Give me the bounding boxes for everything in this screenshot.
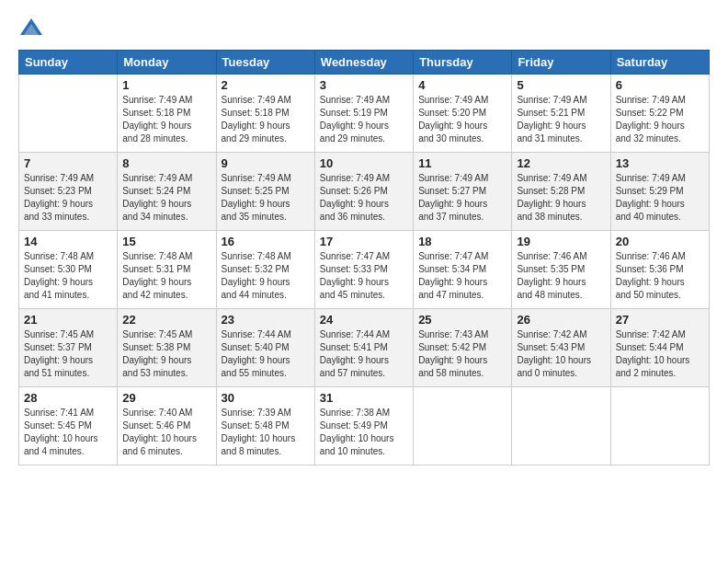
cell-info: Sunrise: 7:49 AMSunset: 5:29 PMDaylight:…	[616, 172, 704, 224]
day-number: 14	[24, 235, 112, 248]
cell-info: Sunrise: 7:49 AMSunset: 5:21 PMDaylight:…	[517, 94, 605, 145]
calendar-cell: 23Sunrise: 7:44 AMSunset: 5:40 PMDayligh…	[216, 309, 314, 387]
cell-info: Sunrise: 7:49 AMSunset: 5:23 PMDaylight:…	[24, 172, 112, 224]
day-number: 20	[616, 235, 704, 248]
calendar-cell	[19, 75, 118, 153]
col-header-saturday: Saturday	[610, 51, 709, 75]
calendar-cell: 27Sunrise: 7:42 AMSunset: 5:44 PMDayligh…	[610, 309, 709, 387]
day-number: 5	[517, 78, 605, 92]
cell-info: Sunrise: 7:46 AMSunset: 5:35 PMDaylight:…	[517, 250, 605, 302]
day-number: 19	[517, 235, 605, 248]
calendar-cell: 9Sunrise: 7:49 AMSunset: 5:25 PMDaylight…	[216, 153, 314, 231]
day-number: 23	[222, 313, 310, 327]
calendar-cell: 25Sunrise: 7:43 AMSunset: 5:42 PMDayligh…	[414, 309, 512, 387]
cell-info: Sunrise: 7:49 AMSunset: 5:25 PMDaylight:…	[222, 172, 310, 224]
page: SundayMondayTuesdayWednesdayThursdayFrid…	[0, 0, 728, 563]
calendar-cell: 26Sunrise: 7:42 AMSunset: 5:43 PMDayligh…	[512, 309, 610, 387]
calendar-cell: 12Sunrise: 7:49 AMSunset: 5:28 PMDayligh…	[512, 153, 610, 231]
cell-info: Sunrise: 7:47 AMSunset: 5:34 PMDaylight:…	[418, 250, 506, 302]
day-number: 8	[122, 156, 210, 170]
calendar-table: SundayMondayTuesdayWednesdayThursdayFrid…	[18, 50, 710, 465]
cell-info: Sunrise: 7:49 AMSunset: 5:19 PMDaylight:…	[320, 94, 408, 145]
cell-info: Sunrise: 7:49 AMSunset: 5:20 PMDaylight:…	[418, 94, 506, 145]
calendar-cell: 3Sunrise: 7:49 AMSunset: 5:19 PMDaylight…	[314, 75, 413, 153]
day-number: 2	[222, 78, 310, 92]
day-number: 22	[122, 313, 210, 327]
calendar-cell: 6Sunrise: 7:49 AMSunset: 5:22 PMDaylight…	[610, 75, 709, 153]
week-row-2: 7Sunrise: 7:49 AMSunset: 5:23 PMDaylight…	[19, 153, 710, 231]
header	[18, 15, 710, 40]
cell-info: Sunrise: 7:48 AMSunset: 5:31 PMDaylight:…	[122, 250, 210, 302]
week-row-4: 21Sunrise: 7:45 AMSunset: 5:37 PMDayligh…	[19, 309, 710, 387]
logo	[18, 15, 48, 40]
calendar-cell: 19Sunrise: 7:46 AMSunset: 5:35 PMDayligh…	[512, 231, 610, 309]
col-header-thursday: Thursday	[414, 51, 512, 75]
calendar-cell: 8Sunrise: 7:49 AMSunset: 5:24 PMDaylight…	[118, 153, 216, 231]
day-number: 11	[418, 156, 506, 170]
cell-info: Sunrise: 7:49 AMSunset: 5:18 PMDaylight:…	[122, 94, 210, 145]
calendar-cell: 17Sunrise: 7:47 AMSunset: 5:33 PMDayligh…	[314, 231, 413, 309]
cell-info: Sunrise: 7:49 AMSunset: 5:18 PMDaylight:…	[222, 94, 310, 145]
cell-info: Sunrise: 7:47 AMSunset: 5:33 PMDaylight:…	[320, 250, 408, 302]
day-number: 15	[122, 235, 210, 248]
calendar-cell: 4Sunrise: 7:49 AMSunset: 5:20 PMDaylight…	[414, 75, 512, 153]
cell-info: Sunrise: 7:49 AMSunset: 5:26 PMDaylight:…	[320, 172, 408, 224]
col-header-friday: Friday	[512, 51, 610, 75]
cell-info: Sunrise: 7:49 AMSunset: 5:27 PMDaylight:…	[418, 172, 506, 224]
cell-info: Sunrise: 7:39 AMSunset: 5:48 PMDaylight:…	[222, 407, 310, 458]
col-header-sunday: Sunday	[19, 51, 118, 75]
cell-info: Sunrise: 7:48 AMSunset: 5:30 PMDaylight:…	[24, 250, 112, 302]
day-number: 13	[616, 156, 704, 170]
day-number: 7	[24, 156, 112, 170]
cell-info: Sunrise: 7:44 AMSunset: 5:41 PMDaylight:…	[320, 328, 408, 380]
calendar-cell: 18Sunrise: 7:47 AMSunset: 5:34 PMDayligh…	[414, 231, 512, 309]
cell-info: Sunrise: 7:43 AMSunset: 5:42 PMDaylight:…	[418, 328, 506, 380]
calendar-cell: 10Sunrise: 7:49 AMSunset: 5:26 PMDayligh…	[314, 153, 413, 231]
day-number: 30	[222, 391, 310, 405]
day-number: 26	[517, 313, 605, 327]
cell-info: Sunrise: 7:42 AMSunset: 5:43 PMDaylight:…	[517, 328, 605, 380]
cell-info: Sunrise: 7:46 AMSunset: 5:36 PMDaylight:…	[616, 250, 704, 302]
calendar-cell: 5Sunrise: 7:49 AMSunset: 5:21 PMDaylight…	[512, 75, 610, 153]
calendar-cell: 20Sunrise: 7:46 AMSunset: 5:36 PMDayligh…	[610, 231, 709, 309]
cell-info: Sunrise: 7:41 AMSunset: 5:45 PMDaylight:…	[24, 407, 112, 458]
day-number: 10	[320, 156, 408, 170]
calendar-cell: 28Sunrise: 7:41 AMSunset: 5:45 PMDayligh…	[19, 387, 118, 465]
day-number: 27	[616, 313, 704, 327]
calendar-cell: 22Sunrise: 7:45 AMSunset: 5:38 PMDayligh…	[118, 309, 216, 387]
day-number: 16	[222, 235, 310, 248]
calendar-cell: 14Sunrise: 7:48 AMSunset: 5:30 PMDayligh…	[19, 231, 118, 309]
calendar-cell: 11Sunrise: 7:49 AMSunset: 5:27 PMDayligh…	[414, 153, 512, 231]
header-row: SundayMondayTuesdayWednesdayThursdayFrid…	[19, 51, 710, 75]
day-number: 31	[320, 391, 408, 405]
day-number: 4	[418, 78, 506, 92]
day-number: 21	[24, 313, 112, 327]
calendar-cell: 24Sunrise: 7:44 AMSunset: 5:41 PMDayligh…	[314, 309, 413, 387]
cell-info: Sunrise: 7:38 AMSunset: 5:49 PMDaylight:…	[320, 407, 408, 458]
calendar-cell: 15Sunrise: 7:48 AMSunset: 5:31 PMDayligh…	[118, 231, 216, 309]
calendar-cell: 1Sunrise: 7:49 AMSunset: 5:18 PMDaylight…	[118, 75, 216, 153]
day-number: 29	[122, 391, 210, 405]
cell-info: Sunrise: 7:49 AMSunset: 5:22 PMDaylight:…	[616, 94, 704, 145]
cell-info: Sunrise: 7:42 AMSunset: 5:44 PMDaylight:…	[616, 328, 704, 380]
cell-info: Sunrise: 7:40 AMSunset: 5:46 PMDaylight:…	[122, 407, 210, 458]
day-number: 6	[616, 78, 704, 92]
calendar-cell: 2Sunrise: 7:49 AMSunset: 5:18 PMDaylight…	[216, 75, 314, 153]
day-number: 24	[320, 313, 408, 327]
cell-info: Sunrise: 7:45 AMSunset: 5:37 PMDaylight:…	[24, 328, 112, 380]
day-number: 18	[418, 235, 506, 248]
calendar-cell	[512, 387, 610, 465]
calendar-cell: 31Sunrise: 7:38 AMSunset: 5:49 PMDayligh…	[314, 387, 413, 465]
day-number: 9	[222, 156, 310, 170]
cell-info: Sunrise: 7:44 AMSunset: 5:40 PMDaylight:…	[222, 328, 310, 380]
day-number: 28	[24, 391, 112, 405]
calendar-cell: 16Sunrise: 7:48 AMSunset: 5:32 PMDayligh…	[216, 231, 314, 309]
cell-info: Sunrise: 7:49 AMSunset: 5:24 PMDaylight:…	[122, 172, 210, 224]
calendar-cell	[610, 387, 709, 465]
col-header-wednesday: Wednesday	[314, 51, 413, 75]
week-row-3: 14Sunrise: 7:48 AMSunset: 5:30 PMDayligh…	[19, 231, 710, 309]
col-header-tuesday: Tuesday	[216, 51, 314, 75]
week-row-1: 1Sunrise: 7:49 AMSunset: 5:18 PMDaylight…	[19, 75, 710, 153]
cell-info: Sunrise: 7:48 AMSunset: 5:32 PMDaylight:…	[222, 250, 310, 302]
cell-info: Sunrise: 7:49 AMSunset: 5:28 PMDaylight:…	[517, 172, 605, 224]
